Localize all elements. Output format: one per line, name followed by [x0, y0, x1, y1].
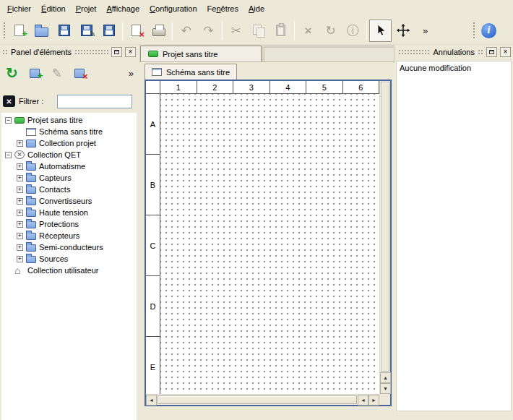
- toolbar-grip[interactable]: [2, 21, 6, 40]
- tree-item-label: Récepteurs: [39, 231, 79, 240]
- select-mode-button[interactable]: [369, 20, 392, 42]
- filter-input[interactable]: [57, 95, 132, 108]
- menu-item[interactable]: Fenêtres: [202, 1, 243, 16]
- scroll-down-button[interactable]: ▼: [380, 383, 391, 394]
- diagram-tab[interactable]: Schéma sans titre: [145, 64, 237, 80]
- tree-expander[interactable]: +: [17, 244, 23, 251]
- left-arrow-icon: ◄: [149, 398, 154, 403]
- scroll-up-button[interactable]: ▲: [380, 372, 391, 383]
- toolbar-overflow-button[interactable]: »: [414, 20, 436, 42]
- tree-item[interactable]: − Collection QET: [1, 149, 137, 160]
- tree-expander[interactable]: +: [17, 175, 23, 181]
- dock-float-button[interactable]: [486, 47, 497, 57]
- delete-element-button[interactable]: ×: [69, 63, 90, 84]
- elements-panel-titlebar[interactable]: Panel d'éléments ×: [0, 45, 138, 59]
- elements-tree[interactable]: − Projet sans titre Schéma sans titre + …: [1, 113, 137, 420]
- tree-item[interactable]: + Semi-conducteurs: [1, 241, 137, 253]
- undo-empty-text: Aucune modification: [400, 64, 471, 72]
- tree-expander[interactable]: +: [17, 163, 23, 170]
- tree-expander[interactable]: +: [17, 198, 23, 205]
- scroll-right-button[interactable]: ►: [368, 395, 379, 406]
- tree-expander[interactable]: −: [5, 152, 12, 158]
- close-file-button[interactable]: ×: [125, 20, 147, 42]
- x-badge-icon: ×: [82, 71, 88, 82]
- menu-item[interactable]: Configuration: [145, 1, 202, 16]
- menu-item[interactable]: Projet: [71, 1, 102, 16]
- dock-grip[interactable]: [74, 49, 108, 55]
- tree-item[interactable]: + Récepteurs: [1, 230, 137, 241]
- reload-collections-button[interactable]: ↻: [1, 63, 22, 84]
- tree-item[interactable]: − Projet sans titre: [1, 114, 137, 126]
- panel-toolbar-overflow-button[interactable]: »: [126, 67, 137, 80]
- row-header-column: A B C D E: [146, 94, 160, 394]
- move-mode-button[interactable]: [392, 20, 414, 42]
- scroll-left-button-2[interactable]: ◄: [358, 395, 368, 406]
- menu-item[interactable]: Édition: [36, 1, 71, 16]
- dock-close-button[interactable]: ×: [500, 47, 511, 57]
- diagram-view[interactable]: 1 2 3 4 5: [145, 80, 392, 406]
- undo-panel-titlebar[interactable]: Annulations ×: [396, 45, 513, 59]
- vertical-scrollbar-thumb[interactable]: [381, 82, 389, 372]
- scrollbar-corner: [379, 394, 390, 405]
- paste-button[interactable]: [270, 20, 292, 42]
- row-header-label: B: [150, 181, 155, 189]
- scroll-left-button[interactable]: ◄: [146, 395, 157, 406]
- tree-item[interactable]: Collection utilisateur: [1, 265, 137, 276]
- tabbar-empty-area: [264, 47, 395, 61]
- tree-expander[interactable]: +: [17, 140, 23, 147]
- tree-expander[interactable]: +: [17, 187, 23, 193]
- delete-button[interactable]: ×: [297, 20, 319, 42]
- tree-item[interactable]: + Collection projet: [1, 137, 137, 149]
- undo-button[interactable]: ↶: [175, 20, 197, 42]
- up-arrow-icon: ▲: [383, 375, 388, 380]
- open-file-button[interactable]: [30, 20, 53, 42]
- vertical-scrollbar[interactable]: ▲ ▼: [379, 81, 390, 394]
- menu-item[interactable]: Aide: [243, 1, 270, 16]
- tree-expander[interactable]: −: [5, 117, 12, 124]
- dock-grip[interactable]: [2, 49, 8, 55]
- diagram-canvas[interactable]: [160, 94, 379, 394]
- main-toolbar: + ✎ × ↶ ↷ ✂: [0, 17, 513, 45]
- edit-element-button[interactable]: ✎: [46, 63, 67, 84]
- tree-expander[interactable]: +: [17, 210, 23, 216]
- tree-item[interactable]: + Haute tension: [1, 207, 137, 218]
- new-file-button[interactable]: +: [8, 20, 30, 42]
- horizontal-scrollbar-thumb[interactable]: [158, 395, 357, 404]
- dock-close-button[interactable]: ×: [125, 47, 136, 57]
- print-button[interactable]: [147, 20, 170, 42]
- save-button[interactable]: [53, 20, 75, 42]
- save-all-button[interactable]: [98, 20, 120, 42]
- tree-item[interactable]: + Contacts: [1, 184, 137, 195]
- rotate-button[interactable]: ↻: [319, 20, 342, 42]
- copy-button[interactable]: [247, 20, 270, 42]
- menu-item[interactable]: Affichage: [101, 1, 145, 16]
- tree-expander[interactable]: +: [17, 233, 23, 239]
- column-header-row: 1 2 3 4 5: [146, 81, 379, 94]
- x-badge-icon: ×: [139, 29, 145, 40]
- help-toolbar-grip[interactable]: [472, 21, 475, 40]
- undo-history-list[interactable]: Aucune modification: [396, 61, 512, 411]
- clear-filter-icon[interactable]: ✕: [3, 95, 15, 107]
- dock-float-button[interactable]: [111, 47, 122, 57]
- dock-grip[interactable]: [398, 49, 431, 55]
- dock-grip[interactable]: [478, 49, 483, 55]
- redo-button[interactable]: ↷: [197, 20, 220, 42]
- new-element-button[interactable]: +: [24, 63, 45, 84]
- tree-item[interactable]: + Automatisme: [1, 160, 137, 172]
- save-as-button[interactable]: ✎: [75, 20, 98, 42]
- tree-expander[interactable]: +: [17, 221, 23, 228]
- tree-item[interactable]: + Sources: [1, 253, 137, 265]
- tree-item[interactable]: Schéma sans titre: [1, 126, 137, 137]
- tree-expander[interactable]: +: [17, 256, 23, 262]
- help-about-button[interactable]: i: [478, 20, 500, 42]
- project-tab[interactable]: Projet sans titre: [140, 46, 262, 61]
- tree-item[interactable]: + Capteurs: [1, 172, 137, 184]
- close-icon: ×: [129, 48, 133, 56]
- tree-item[interactable]: + Convertisseurs: [1, 195, 137, 207]
- cut-button[interactable]: ✂: [225, 20, 247, 42]
- horizontal-scrollbar[interactable]: ◄ ◄ ►: [146, 394, 379, 405]
- element-info-button[interactable]: ⓘ: [342, 20, 364, 42]
- menu-item[interactable]: Fichier: [2, 1, 36, 16]
- tree-item-icon: [26, 175, 36, 182]
- tree-item[interactable]: + Protections: [1, 218, 137, 230]
